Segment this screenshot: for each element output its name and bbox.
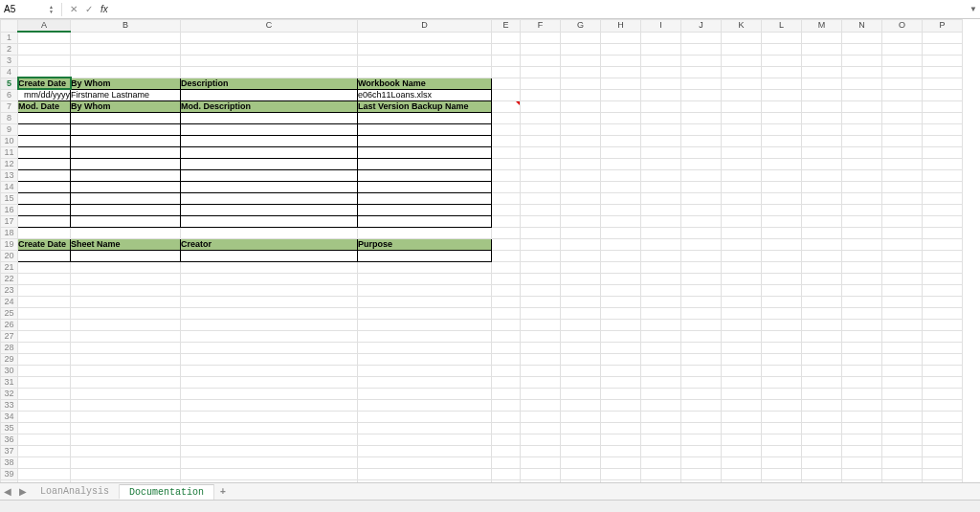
sheet-nav-prev-icon[interactable]: ◀	[0, 486, 15, 497]
cell-H27[interactable]	[601, 330, 641, 342]
cell-J5[interactable]	[681, 78, 722, 89]
cell-F2[interactable]	[521, 43, 561, 55]
cell-G31[interactable]	[561, 376, 601, 388]
cell-K33[interactable]	[722, 399, 762, 411]
cell-N12[interactable]	[842, 158, 882, 169]
cell-L20[interactable]	[762, 250, 802, 261]
cell-G4[interactable]	[561, 66, 601, 78]
cell-B35[interactable]	[71, 422, 181, 434]
cell-A31[interactable]	[18, 376, 71, 388]
cell-I8[interactable]	[641, 112, 681, 123]
cell-M5[interactable]	[802, 78, 842, 89]
cell-D37[interactable]	[358, 445, 492, 456]
cell-E19[interactable]	[492, 238, 521, 250]
cell-J23[interactable]	[681, 284, 722, 296]
cell-G35[interactable]	[561, 422, 601, 434]
cell-K7[interactable]	[722, 100, 762, 112]
cell-P20[interactable]	[923, 250, 963, 261]
cell-L8[interactable]	[762, 112, 802, 123]
cell-F32[interactable]	[521, 388, 561, 399]
cell-B33[interactable]	[71, 399, 181, 411]
column-header-C[interactable]: C	[181, 20, 358, 33]
fx-label[interactable]: fx	[100, 4, 108, 14]
cell-A9[interactable]	[18, 123, 71, 135]
cell-D32[interactable]	[358, 388, 492, 399]
cell-B18[interactable]	[71, 227, 181, 238]
cell-I18[interactable]	[641, 227, 681, 238]
row-header-17[interactable]: 17	[1, 215, 18, 227]
cell-I13[interactable]	[641, 169, 681, 181]
cell-E21[interactable]	[492, 261, 521, 273]
cell-P16[interactable]	[923, 204, 963, 215]
cell-L25[interactable]	[762, 307, 802, 319]
cell-A2[interactable]	[18, 43, 71, 55]
cell-D24[interactable]	[358, 296, 492, 307]
cell-B10[interactable]	[71, 135, 181, 146]
cell-M28[interactable]	[802, 342, 842, 353]
cell-C6[interactable]	[181, 89, 358, 100]
cell-J14[interactable]	[681, 181, 722, 192]
cell-J17[interactable]	[681, 215, 722, 227]
cell-E15[interactable]	[492, 192, 521, 204]
cell-M2[interactable]	[802, 43, 842, 55]
cell-F3[interactable]	[521, 55, 561, 66]
cell-C1[interactable]	[181, 32, 358, 43]
cell-O11[interactable]	[882, 146, 923, 158]
cell-O3[interactable]	[882, 55, 923, 66]
cell-B11[interactable]	[71, 146, 181, 158]
cell-M1[interactable]	[802, 32, 842, 43]
row-header-38[interactable]: 38	[1, 456, 18, 468]
cell-P30[interactable]	[923, 365, 963, 376]
cell-I24[interactable]	[641, 296, 681, 307]
sheet-nav-next-icon[interactable]: ▶	[15, 486, 31, 497]
cell-H8[interactable]	[601, 112, 641, 123]
cell-P27[interactable]	[923, 330, 963, 342]
cell-P39[interactable]	[923, 468, 963, 479]
cell-F24[interactable]	[521, 296, 561, 307]
cell-O24[interactable]	[882, 296, 923, 307]
cell-G23[interactable]	[561, 284, 601, 296]
cell-F23[interactable]	[521, 284, 561, 296]
cell-H39[interactable]	[601, 468, 641, 479]
cell-K2[interactable]	[722, 43, 762, 55]
cell-P3[interactable]	[923, 55, 963, 66]
cell-P19[interactable]	[923, 238, 963, 250]
cell-J12[interactable]	[681, 158, 722, 169]
row-header-21[interactable]: 21	[1, 261, 18, 273]
cell-D19[interactable]: Purpose	[358, 238, 492, 250]
cell-M27[interactable]	[802, 330, 842, 342]
cell-D15[interactable]	[358, 192, 492, 204]
cell-M8[interactable]	[802, 112, 842, 123]
cell-E9[interactable]	[492, 123, 521, 135]
cell-G15[interactable]	[561, 192, 601, 204]
cell-P15[interactable]	[923, 192, 963, 204]
cell-F36[interactable]	[521, 434, 561, 445]
cell-B1[interactable]	[71, 32, 181, 43]
row-header-34[interactable]: 34	[1, 411, 18, 422]
row-header-15[interactable]: 15	[1, 192, 18, 204]
cell-O27[interactable]	[882, 330, 923, 342]
row-header-22[interactable]: 22	[1, 273, 18, 284]
cell-D5[interactable]: Workbook Name	[358, 78, 492, 89]
cell-H19[interactable]	[601, 238, 641, 250]
cell-J24[interactable]	[681, 296, 722, 307]
cell-E2[interactable]	[492, 43, 521, 55]
cell-B38[interactable]	[71, 456, 181, 468]
cell-J20[interactable]	[681, 250, 722, 261]
cell-O22[interactable]	[882, 273, 923, 284]
cell-F12[interactable]	[521, 158, 561, 169]
row-header-32[interactable]: 32	[1, 388, 18, 399]
cell-H17[interactable]	[601, 215, 641, 227]
cell-D4[interactable]	[358, 66, 492, 78]
row-header-7[interactable]: 7	[1, 100, 18, 112]
cell-B16[interactable]	[71, 204, 181, 215]
cell-D39[interactable]	[358, 468, 492, 479]
cell-F26[interactable]	[521, 319, 561, 330]
cell-I38[interactable]	[641, 456, 681, 468]
cell-K28[interactable]	[722, 342, 762, 353]
cell-P18[interactable]	[923, 227, 963, 238]
cell-C21[interactable]	[181, 261, 358, 273]
cell-C15[interactable]	[181, 192, 358, 204]
cell-L4[interactable]	[762, 66, 802, 78]
cell-J18[interactable]	[681, 227, 722, 238]
